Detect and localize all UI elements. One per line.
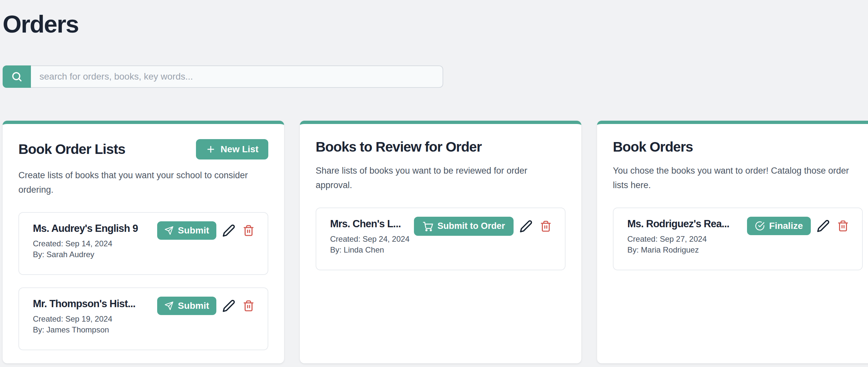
pencil-icon <box>222 224 236 237</box>
check-circle-icon <box>755 221 765 231</box>
card-description: You chose the books you want to order! C… <box>613 163 863 192</box>
card-description: Create lists of books that you want your… <box>19 168 268 197</box>
delete-button[interactable] <box>241 223 256 238</box>
trash-icon <box>243 224 254 237</box>
card-book-orders: Book Orders You chose the books you want… <box>597 121 868 363</box>
delete-button[interactable] <box>538 219 553 234</box>
submit-to-order-button[interactable]: Submit to Order <box>414 217 514 236</box>
item-title: Ms. Rodriguez's Rea... <box>627 217 743 231</box>
edit-button[interactable] <box>816 219 831 233</box>
item-created: Created: Sep 14, 2024 <box>33 238 153 249</box>
edit-button[interactable] <box>519 219 533 234</box>
card-title: Book Order Lists <box>19 142 125 157</box>
search-input[interactable] <box>31 65 443 88</box>
search-icon-box[interactable] <box>3 65 31 88</box>
item-info: Ms. Audrey's English 9 Created: Sep 14, … <box>33 221 157 260</box>
item-title: Mrs. Chen's L... <box>330 217 410 231</box>
submit-to-order-label: Submit to Order <box>437 221 505 231</box>
item-author: By: James Thompson <box>33 324 153 335</box>
pencil-icon <box>520 220 533 233</box>
item-actions: Submit to Order <box>414 217 553 236</box>
item-created: Created: Sep 27, 2024 <box>627 234 743 244</box>
pencil-icon <box>222 299 236 312</box>
item-info: Mr. Thompson's Hist... Created: Sep 19, … <box>33 297 157 335</box>
submit-button[interactable]: Submit <box>157 221 216 240</box>
search-bar <box>3 65 443 88</box>
submit-label: Submit <box>178 301 209 311</box>
new-list-button[interactable]: New List <box>196 139 268 159</box>
submit-button[interactable]: Submit <box>157 297 216 315</box>
item-actions: Submit <box>157 221 256 240</box>
pencil-icon <box>817 219 830 233</box>
item-title: Mr. Thompson's Hist... <box>33 297 153 311</box>
item-created: Created: Sep 24, 2024 <box>330 234 410 244</box>
card-header: Book Orders <box>613 139 863 155</box>
item-author: By: Maria Rodriguez <box>627 244 743 255</box>
edit-button[interactable] <box>222 223 236 238</box>
item-actions: Submit <box>157 297 256 315</box>
submit-label: Submit <box>178 225 209 236</box>
card-header: Books to Review for Order <box>316 139 565 155</box>
item-info: Ms. Rodriguez's Rea... Created: Sep 27, … <box>627 217 747 255</box>
item-author: By: Linda Chen <box>330 244 410 255</box>
edit-button[interactable] <box>222 299 236 313</box>
card-header: Book Order Lists New List <box>19 139 268 159</box>
search-icon <box>11 71 23 83</box>
delete-button[interactable] <box>241 299 256 313</box>
finalize-button[interactable]: Finalize <box>747 217 811 235</box>
trash-icon <box>243 300 254 312</box>
card-title: Books to Review for Order <box>316 139 482 155</box>
trash-icon <box>837 220 849 232</box>
item-created: Created: Sep 19, 2024 <box>33 313 153 324</box>
finalize-label: Finalize <box>769 221 803 231</box>
item-info: Mrs. Chen's L... Created: Sep 24, 2024 B… <box>330 217 414 255</box>
item-list: Mrs. Chen's L... Created: Sep 24, 2024 B… <box>316 208 565 270</box>
item-title: Ms. Audrey's English 9 <box>33 221 153 236</box>
list-item: Mrs. Chen's L... Created: Sep 24, 2024 B… <box>316 208 565 270</box>
delete-button[interactable] <box>836 219 850 233</box>
item-list: Ms. Rodriguez's Rea... Created: Sep 27, … <box>613 208 863 270</box>
card-books-to-review: Books to Review for Order Share lists of… <box>300 121 581 363</box>
card-title: Book Orders <box>613 139 693 155</box>
item-actions: Finalize <box>747 217 850 235</box>
new-list-label: New List <box>221 144 258 155</box>
list-item: Ms. Audrey's English 9 Created: Sep 14, … <box>19 212 268 275</box>
list-item: Mr. Thompson's Hist... Created: Sep 19, … <box>19 287 268 350</box>
send-icon <box>164 226 174 235</box>
card-description: Share lists of books you want to be revi… <box>316 163 565 192</box>
orders-page: Orders Book Order Lists New List Create … <box>0 0 868 367</box>
card-book-order-lists: Book Order Lists New List Create lists o… <box>3 121 284 363</box>
item-list: Ms. Audrey's English 9 Created: Sep 14, … <box>19 212 268 350</box>
trash-icon <box>540 220 552 232</box>
cards-row: Book Order Lists New List Create lists o… <box>3 121 868 363</box>
send-icon <box>164 301 174 310</box>
plus-icon <box>206 144 216 154</box>
item-author: By: Sarah Audrey <box>33 249 153 260</box>
page-title: Orders <box>3 10 868 39</box>
list-item: Ms. Rodriguez's Rea... Created: Sep 27, … <box>613 208 863 270</box>
cart-icon <box>423 221 433 232</box>
